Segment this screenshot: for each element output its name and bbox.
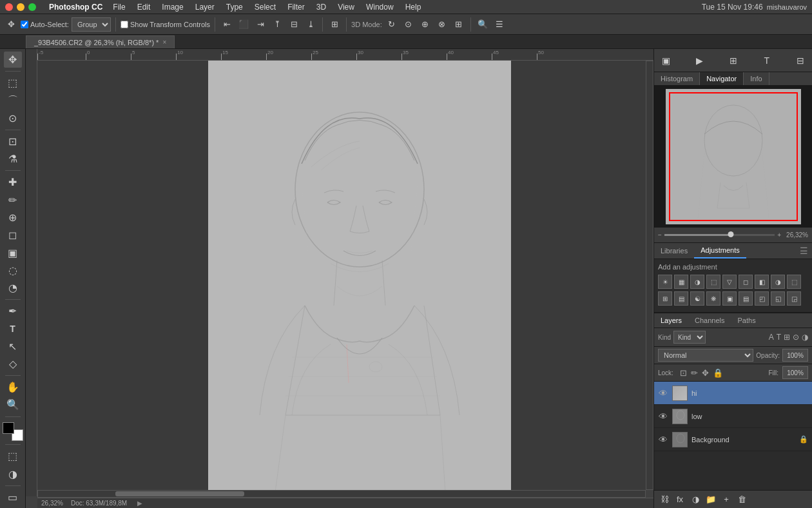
hand-tool[interactable]: ✋ [4,379,22,395]
layer-filter-icon-c[interactable]: ⊞ [784,333,790,342]
zoom-minus-icon[interactable]: − [658,231,662,239]
align-center-v-btn[interactable]: ⊟ [287,17,301,32]
libraries-tab[interactable]: Libraries [654,244,694,258]
horizontal-scrollbar-thumb[interactable] [115,491,244,496]
eyedropper-tool[interactable]: ⚗ [4,151,22,167]
menu-layer[interactable]: Layer [190,0,220,14]
move-tool[interactable]: ✥ [4,52,22,68]
zoom-slider[interactable] [664,234,775,236]
exposure-adj[interactable]: ⬚ [706,275,720,289]
quick-select-tool[interactable]: ⊙ [4,110,22,126]
panel-icon-1[interactable]: ▣ [658,53,673,68]
screen-mode-btn[interactable]: ▭ [4,489,22,505]
gradient-fill-adj[interactable]: ◲ [787,291,801,306]
lock-position-icon[interactable]: ✥ [702,368,709,378]
solid-fill-adj[interactable]: ◱ [771,291,785,306]
blur-tool[interactable]: ◌ [4,262,22,278]
document-tab[interactable]: _93B4506.CR2 @ 26,3% (hi, RGB/8*) * × [26,35,175,48]
layers-tab[interactable]: Layers [654,313,688,327]
menu-view[interactable]: View [333,0,360,14]
posterize-adj[interactable]: ❋ [706,291,720,306]
menu-filter[interactable]: Filter [282,0,310,14]
auto-select-mode[interactable]: Group [72,17,111,32]
histogram-tab[interactable]: Histogram [654,72,700,85]
align-right-btn[interactable]: ⇥ [253,17,267,32]
photo-filter-adj[interactable]: ⬚ [787,275,801,289]
color-balance-adj[interactable]: ◧ [755,275,769,289]
adj-menu-btn[interactable]: ☰ [796,243,812,259]
3d-slide-btn[interactable]: ⊗ [435,17,449,32]
menu-select[interactable]: Select [249,0,281,14]
3d-scale-btn[interactable]: ⊞ [452,17,466,32]
selective-color-adj[interactable]: ◰ [755,291,769,306]
brightness-contrast-adj[interactable]: ☀ [658,275,672,289]
create-group-btn[interactable]: 📁 [704,493,717,506]
layer-vis-hi[interactable]: 👁 [658,388,668,398]
maximize-button[interactable] [28,3,36,11]
layer-item-low[interactable]: 👁 low [654,405,812,428]
layer-filter-icon-b[interactable]: T [777,333,781,342]
info-tab[interactable]: Info [744,72,769,85]
curves-adj[interactable]: ◑ [690,275,704,289]
new-layer-btn[interactable]: + [720,493,733,506]
close-button[interactable] [5,3,13,11]
vertical-scrollbar[interactable] [646,61,653,490]
layer-item-background[interactable]: 👁 Background 🔒 [654,428,812,451]
panel-icon-2[interactable]: ▶ [691,53,707,68]
crop-tool[interactable]: ⊡ [4,133,22,150]
panel-icon-4[interactable]: T [759,53,775,68]
foreground-color-chip[interactable] [3,422,14,434]
eraser-tool[interactable]: ◻ [4,227,22,243]
levels-adj[interactable]: ▦ [674,275,688,289]
align-center-h-btn[interactable]: ⬛ [237,17,251,32]
layer-vis-low[interactable]: 👁 [658,411,668,422]
menu-image[interactable]: Image [157,0,188,14]
layer-vis-background[interactable]: 👁 [658,435,668,445]
zoom-plus-icon[interactable]: + [777,231,781,239]
lock-all-icon[interactable]: 🔒 [713,368,723,378]
marquee-tool[interactable]: ⬚ [4,75,22,91]
fx-btn[interactable]: fx [673,493,686,506]
extra-tool[interactable]: ⬚ [4,448,22,464]
distribute-btn[interactable]: ⊞ [327,17,342,32]
blend-mode-select[interactable]: Normal [658,349,753,362]
transform-controls-checkbox[interactable] [121,21,128,28]
opacity-input[interactable] [782,349,808,362]
clone-tool[interactable]: ⊕ [4,210,22,226]
menu-edit[interactable]: Edit [132,0,156,14]
zoom-tool[interactable]: 🔍 [4,396,22,413]
vibrance-adj[interactable]: ▽ [722,275,737,289]
layer-filter-icon-a[interactable]: A [769,333,774,342]
3d-pan-btn[interactable]: ⊕ [418,17,432,32]
menu-3d[interactable]: 3D [311,0,331,14]
menu-file[interactable]: File [108,0,130,14]
dodge-tool[interactable]: ◔ [4,280,22,296]
hsl-adj[interactable]: ◻ [739,275,753,289]
channels-tab[interactable]: Channels [688,313,731,327]
pen-tool[interactable]: ✒ [4,303,22,319]
minimize-button[interactable] [17,3,24,11]
panel-icon-5[interactable]: ⊟ [793,53,808,68]
move-tool-options[interactable]: ✥ [4,17,18,32]
lasso-tool[interactable]: ⌒ [4,92,22,108]
delete-layer-btn[interactable]: 🗑 [735,493,748,506]
add-mask-btn[interactable]: ◑ [689,493,702,506]
panel-toggle-btn[interactable]: ☰ [492,17,507,32]
brush-tool[interactable]: ✏ [4,192,22,208]
layer-filter-select[interactable]: Kind [673,331,706,344]
healing-tool[interactable]: ✚ [4,174,22,190]
layer-item-hi[interactable]: 👁 hi [654,382,812,405]
gradient-map-adj[interactable]: ▤ [739,291,753,306]
layer-filter-toggle[interactable]: ◑ [802,333,808,342]
invert-adj[interactable]: ☯ [690,291,704,306]
3d-rotate-btn[interactable]: ↻ [385,17,399,32]
quick-mask-tool[interactable]: ◑ [4,466,22,482]
3d-roll-btn[interactable]: ⊙ [401,17,416,32]
color-lookup-adj[interactable]: ▤ [674,291,688,306]
type-tool[interactable]: T [4,320,22,337]
status-expand-arrow[interactable]: ▶ [137,500,142,507]
fill-input[interactable] [782,366,808,379]
align-bottom-btn[interactable]: ⤓ [304,17,318,32]
lock-pixels-icon[interactable]: ✏ [691,368,698,378]
gradient-tool[interactable]: ▣ [4,244,22,260]
